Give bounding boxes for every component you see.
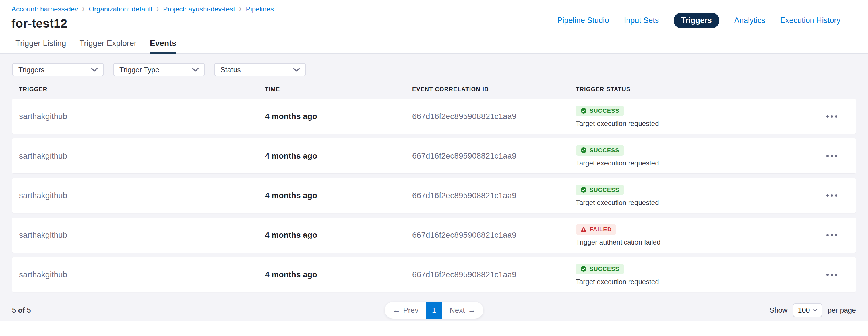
breadcrumb-organization-link[interactable]: Organization: default (89, 6, 152, 12)
triggers-filter-label: Triggers (19, 66, 44, 74)
page-header: Account: harness-dev › Organization: def… (0, 0, 868, 34)
status-message: Target execution requested (576, 199, 659, 207)
row-actions (815, 152, 849, 161)
event-time: 4 months ago (265, 231, 412, 240)
event-time: 4 months ago (265, 112, 412, 121)
status-message: Target execution requested (576, 159, 659, 167)
next-page-button[interactable]: Next → (442, 302, 483, 318)
trigger-status-cell: FAILED Trigger authentication failed (576, 217, 815, 253)
event-correlation-id: 667d16f2ec895908821c1aa9 (412, 191, 576, 200)
breadcrumb: Account: harness-dev › Organization: def… (11, 6, 274, 12)
trigger-status-cell: SUCCESS Target execution requested (576, 99, 815, 134)
status-badge: SUCCESS (576, 105, 624, 116)
more-options-button[interactable] (823, 270, 841, 279)
chevron-right-icon: › (156, 5, 159, 12)
tab-events[interactable]: Events (150, 34, 176, 54)
more-options-button[interactable] (823, 191, 841, 200)
check-circle-icon (580, 107, 587, 114)
column-header-actions (815, 86, 849, 93)
nav-pipeline-studio[interactable]: Pipeline Studio (557, 16, 609, 25)
trigger-status-cell: SUCCESS Target execution requested (576, 257, 815, 292)
events-content: Triggers Trigger Type Status TRIGGER TIM… (0, 54, 868, 321)
page-number-button[interactable]: 1 (426, 302, 442, 318)
chevron-down-icon (91, 68, 98, 72)
nav-execution-history[interactable]: Execution History (780, 16, 840, 25)
row-actions (815, 112, 849, 121)
event-time: 4 months ago (265, 152, 412, 161)
trigger-type-filter-label: Trigger Type (119, 66, 159, 74)
show-label: Show (770, 306, 787, 314)
column-header-event-correlation-id: EVENT CORRELATION ID (412, 86, 576, 93)
status-badge: SUCCESS (576, 184, 624, 195)
more-options-button[interactable] (823, 112, 841, 121)
trigger-name: sarthakgithub (19, 270, 265, 279)
event-correlation-id: 667d16f2ec895908821c1aa9 (412, 231, 576, 240)
nav-analytics[interactable]: Analytics (734, 16, 765, 25)
trigger-tabs: Trigger Listing Trigger Explorer Events (0, 34, 868, 54)
status-label: SUCCESS (590, 266, 619, 272)
status-filter-dropdown[interactable]: Status (214, 63, 306, 76)
chevron-right-icon: › (82, 5, 85, 12)
breadcrumb-account-link[interactable]: Account: harness-dev (11, 6, 78, 12)
chevron-down-icon (192, 68, 198, 72)
nav-input-sets[interactable]: Input Sets (624, 16, 659, 25)
chevron-right-icon: › (239, 5, 242, 12)
check-circle-icon (580, 147, 587, 154)
column-header-trigger-status: TRIGGER STATUS (576, 86, 815, 93)
per-page-label: per page (828, 306, 856, 314)
status-message: Target execution requested (576, 120, 659, 128)
trigger-status-cell: SUCCESS Target execution requested (576, 138, 815, 173)
table-header-row: TRIGGER TIME EVENT CORRELATION ID TRIGGE… (12, 86, 856, 93)
tab-trigger-explorer[interactable]: Trigger Explorer (79, 34, 136, 54)
trigger-type-filter-dropdown[interactable]: Trigger Type (113, 63, 205, 76)
tab-trigger-listing[interactable]: Trigger Listing (16, 34, 66, 54)
row-actions (815, 270, 849, 279)
pagination-bar: 5 of 5 ← Prev 1 Next → Show 100 per page (12, 302, 856, 318)
pagination-controls: ← Prev 1 Next → (385, 302, 484, 318)
breadcrumb-pipelines-link[interactable]: Pipelines (246, 6, 274, 12)
table-row: sarthakgithub 4 months ago 667d16f2ec895… (12, 178, 856, 213)
page-title: for-test12 (11, 16, 274, 30)
chevron-down-icon (813, 309, 817, 312)
status-message: Trigger authentication failed (576, 238, 660, 246)
chevron-down-icon (293, 68, 300, 72)
prev-page-button[interactable]: ← Prev (385, 302, 426, 318)
breadcrumb-project-link[interactable]: Project: ayushi-dev-test (163, 6, 235, 12)
trigger-name: sarthakgithub (19, 152, 265, 161)
warning-triangle-icon (580, 226, 587, 233)
status-label: SUCCESS (590, 187, 619, 193)
row-actions (815, 191, 849, 200)
status-badge: FAILED (576, 224, 616, 235)
column-header-trigger: TRIGGER (19, 86, 265, 93)
row-actions (815, 231, 849, 240)
arrow-right-icon: → (468, 306, 476, 314)
trigger-name: sarthakgithub (19, 231, 265, 240)
table-row: sarthakgithub 4 months ago 667d16f2ec895… (12, 217, 856, 253)
triggers-filter-dropdown[interactable]: Triggers (12, 63, 104, 76)
event-correlation-id: 667d16f2ec895908821c1aa9 (412, 152, 576, 161)
trigger-status-cell: SUCCESS Target execution requested (576, 178, 815, 213)
next-label: Next (450, 306, 465, 315)
trigger-name: sarthakgithub (19, 191, 265, 200)
table-row: sarthakgithub 4 months ago 667d16f2ec895… (12, 138, 856, 173)
more-options-button[interactable] (823, 152, 841, 161)
header-left: Account: harness-dev › Organization: def… (11, 6, 274, 30)
check-circle-icon (580, 266, 587, 272)
event-time: 4 months ago (265, 191, 412, 200)
event-correlation-id: 667d16f2ec895908821c1aa9 (412, 270, 576, 279)
table-row: sarthakgithub 4 months ago 667d16f2ec895… (12, 99, 856, 134)
status-badge: SUCCESS (576, 264, 624, 274)
event-time: 4 months ago (265, 270, 412, 279)
nav-triggers[interactable]: Triggers (674, 12, 719, 28)
status-label: SUCCESS (590, 107, 619, 114)
page-size-select[interactable]: 100 (793, 303, 823, 317)
trigger-name: sarthakgithub (19, 112, 265, 121)
more-options-button[interactable] (823, 231, 841, 240)
status-label: SUCCESS (590, 147, 619, 154)
pipeline-section-nav: Pipeline Studio Input Sets Triggers Anal… (557, 12, 840, 28)
column-header-time: TIME (265, 86, 412, 93)
table-row: sarthakgithub 4 months ago 667d16f2ec895… (12, 257, 856, 292)
status-filter-label: Status (220, 66, 241, 74)
arrow-left-icon: ← (392, 306, 400, 314)
filter-bar: Triggers Trigger Type Status (12, 63, 856, 76)
